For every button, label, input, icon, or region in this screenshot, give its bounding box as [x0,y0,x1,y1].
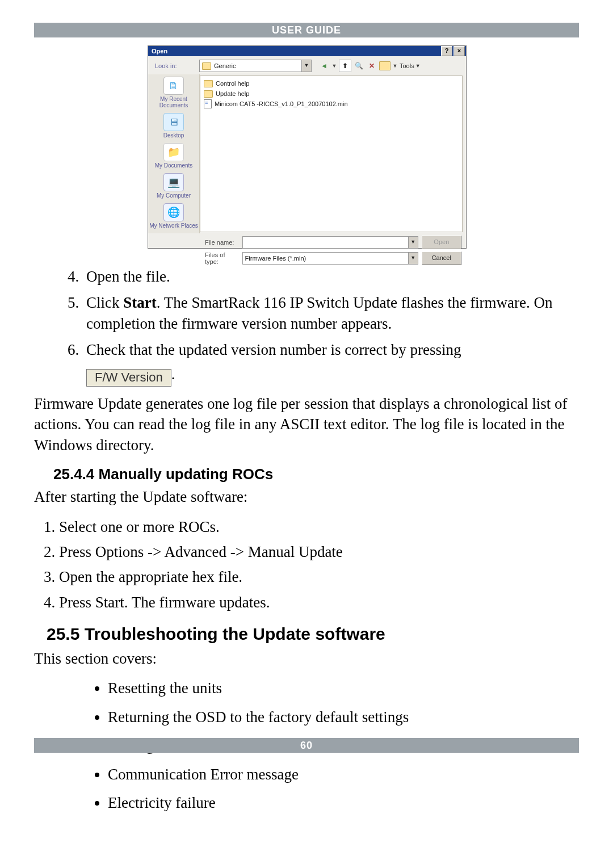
fw-version-button[interactable]: F/W Version [86,369,171,387]
file-icon [204,99,212,108]
bullet-2: Returning the OSD to the factory default… [108,707,579,727]
dialog-body: 🗎 My Recent Documents 🖥 Desktop 📁 My Doc… [148,74,466,233]
back-icon[interactable]: ◄ [318,60,330,72]
bullet-5: Electricity failure [108,792,579,813]
file-name-input[interactable]: ▼ [242,236,418,249]
substep-1: Select one or more ROCs. [59,517,579,537]
substep-2: Press Options -> Advanced -> Manual Upda… [59,542,579,562]
place-recent-label: My Recent Documents [159,96,188,108]
dialog-title: Open [152,48,167,54]
lookin-value: Generic [214,62,236,69]
document-body: Open the file. Click Start. The SmartRac… [34,266,579,813]
step-4-text: Open the file. [86,268,170,285]
file-type-label: Files of type: [205,251,239,265]
folder-icon [204,90,213,98]
views-dropdown-icon[interactable]: ▼ [392,60,398,72]
place-mydocs[interactable]: 📁 My Documents [155,143,193,169]
tools-menu-label: Tools [400,62,414,69]
folder-icon [204,80,213,87]
help-button[interactable]: ? [441,46,452,56]
step-6-button-line: F/W Version. [86,364,579,387]
place-network[interactable]: 🌐 My Network Places [149,203,198,229]
header-bar: USER GUIDE [34,23,579,37]
chevron-down-icon[interactable]: ▼ [408,253,418,264]
tools-menu[interactable]: Tools ▼ [400,62,421,69]
numbered-steps-a: Open the file. Click Start. The SmartRac… [34,266,579,387]
place-desktop-label: Desktop [163,132,184,139]
recent-documents-icon: 🗎 [163,77,184,95]
dialog-toolbar: ◄ ▼ ⬆ 🔍 ✕ ▼ Tools ▼ [318,60,421,72]
substeps-2544: Select one or more ROCs. Press Options -… [34,517,579,613]
place-mycomputer-label: My Computer [157,192,191,199]
list-item[interactable]: Update help [204,89,459,99]
search-icon[interactable]: 🔍 [353,60,364,72]
place-desktop[interactable]: 🖥 Desktop [163,113,184,139]
list-item[interactable]: Minicom CAT5 -RICCS_v1.0_P1_20070102.min [204,99,459,109]
step-6: Check that the updated version number is… [83,339,579,386]
open-dialog: Open ? × Look in: Generic ▼ ◄ ▼ ⬆ [148,45,467,249]
my-documents-icon: 📁 [163,143,184,161]
place-network-label: My Network Places [149,223,198,229]
place-mycomputer[interactable]: 💻 My Computer [157,173,191,199]
figure-62-container: Open ? × Look in: Generic ▼ ◄ ▼ ⬆ [148,45,465,263]
my-computer-icon: 💻 [163,173,184,191]
back-dropdown-icon[interactable]: ▼ [331,60,337,72]
period: . [171,366,175,383]
delete-icon[interactable]: ✕ [366,60,377,72]
chevron-down-icon[interactable]: ▼ [301,60,311,72]
step-5-pre: Click [86,294,123,311]
chevron-down-icon: ▼ [415,63,421,69]
step-5-post: . The SmartRack 116 IP Switch Update fla… [86,294,553,332]
dialog-titlebar: Open ? × [148,46,466,56]
place-mydocs-label: My Documents [155,162,193,169]
file-list[interactable]: Control help Update help Minicom CAT5 -R… [200,76,463,232]
folder-icon [202,62,211,70]
lookin-label: Look in: [155,62,196,69]
filetype-row: Files of type: Firmware Files (*.min) ▼ … [205,251,461,265]
page-number: 60 [300,740,313,751]
content-area: Open ? × Look in: Generic ▼ ◄ ▼ ⬆ [34,43,579,821]
filename-row: File name: ▼ Open [205,236,461,249]
file-name: Control help [216,80,249,87]
up-one-level-icon[interactable]: ⬆ [339,60,351,72]
file-type-value: Firmware Files (*.min) [245,255,306,262]
place-recent[interactable]: 🗎 My Recent Documents [148,77,199,108]
file-name: Update help [216,90,249,97]
list-item[interactable]: Control help [204,78,459,89]
heading-25-4-4: 25.4.4 Manually updating ROCs [53,464,579,484]
bullet-1: Resetting the units [108,678,579,698]
page: USER GUIDE Open ? × Look in: Generic ▼ [0,0,613,868]
chevron-down-icon[interactable]: ▼ [408,237,418,248]
substep-3: Open the appropriate hex file. [59,567,579,587]
network-places-icon: 🌐 [163,203,184,221]
paragraph-log-file: Firmware Update generates one log file p… [34,393,579,455]
close-button[interactable]: × [454,46,465,56]
heading-25-5: 25.5 Troubleshooting the Update software [47,623,579,646]
new-folder-icon[interactable] [379,61,391,70]
open-button[interactable]: Open [422,236,461,249]
step-5: Click Start. The SmartRack 116 IP Switch… [83,292,579,334]
file-name: Minicom CAT5 -RICCS_v1.0_P1_20070102.min [215,100,348,107]
bullet-4: Communication Error message [108,764,579,785]
line-after-2544: After starting the Update software: [34,487,579,507]
lookin-combobox[interactable]: Generic ▼ [199,60,312,72]
file-name-label: File name: [205,239,239,246]
lookin-row: Look in: Generic ▼ ◄ ▼ ⬆ 🔍 ✕ ▼ [148,56,466,74]
step-5-bold: Start [123,294,156,311]
header-title: USER GUIDE [272,24,341,36]
cancel-button[interactable]: Cancel [422,251,461,265]
footer-bar: 60 [34,738,579,753]
file-type-combobox[interactable]: Firmware Files (*.min) ▼ [242,252,418,265]
desktop-icon: 🖥 [163,113,184,131]
line-after-255: This section covers: [34,648,579,669]
step-6-text: Check that the updated version number is… [86,341,461,358]
places-bar: 🗎 My Recent Documents 🖥 Desktop 📁 My Doc… [148,74,200,233]
substep-4: Press Start. The firmware updates. [59,592,579,613]
